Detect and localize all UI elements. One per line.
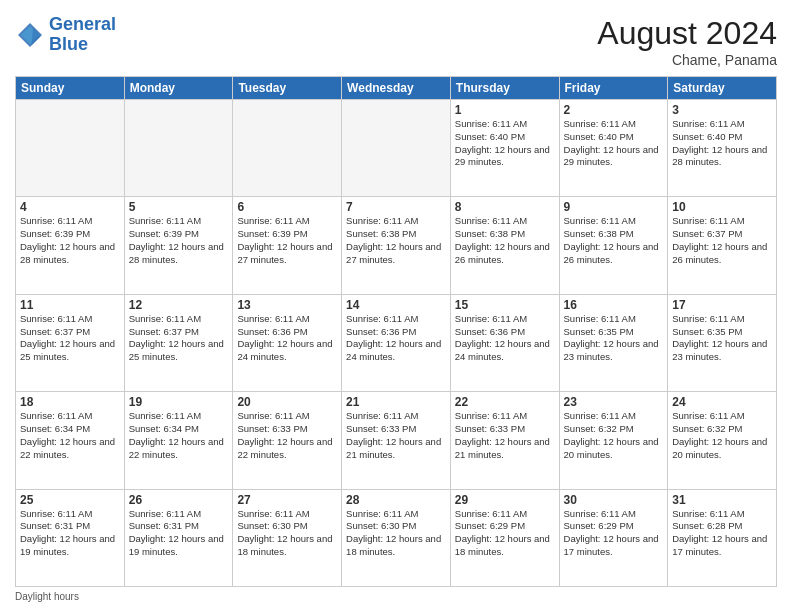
calendar-cell-2-4: 15Sunrise: 6:11 AMSunset: 6:36 PMDayligh… [450, 294, 559, 391]
day-number: 8 [455, 200, 555, 214]
calendar-cell-0-5: 2Sunrise: 6:11 AMSunset: 6:40 PMDaylight… [559, 100, 668, 197]
day-number: 19 [129, 395, 229, 409]
day-info: Sunrise: 6:11 AMSunset: 6:33 PMDaylight:… [346, 410, 446, 461]
location: Chame, Panama [597, 52, 777, 68]
day-info: Sunrise: 6:11 AMSunset: 6:37 PMDaylight:… [20, 313, 120, 364]
header-tuesday: Tuesday [233, 77, 342, 100]
day-info: Sunrise: 6:11 AMSunset: 6:34 PMDaylight:… [20, 410, 120, 461]
day-number: 3 [672, 103, 772, 117]
calendar-cell-4-5: 30Sunrise: 6:11 AMSunset: 6:29 PMDayligh… [559, 489, 668, 586]
day-info: Sunrise: 6:11 AMSunset: 6:38 PMDaylight:… [455, 215, 555, 266]
day-info: Sunrise: 6:11 AMSunset: 6:35 PMDaylight:… [672, 313, 772, 364]
month-title: August 2024 [597, 15, 777, 52]
day-info: Sunrise: 6:11 AMSunset: 6:39 PMDaylight:… [20, 215, 120, 266]
day-number: 31 [672, 493, 772, 507]
header-sunday: Sunday [16, 77, 125, 100]
logo: General Blue [15, 15, 116, 55]
day-info: Sunrise: 6:11 AMSunset: 6:37 PMDaylight:… [129, 313, 229, 364]
calendar-cell-2-5: 16Sunrise: 6:11 AMSunset: 6:35 PMDayligh… [559, 294, 668, 391]
day-info: Sunrise: 6:11 AMSunset: 6:34 PMDaylight:… [129, 410, 229, 461]
calendar-cell-4-4: 29Sunrise: 6:11 AMSunset: 6:29 PMDayligh… [450, 489, 559, 586]
day-info: Sunrise: 6:11 AMSunset: 6:38 PMDaylight:… [346, 215, 446, 266]
day-number: 25 [20, 493, 120, 507]
calendar-cell-0-0 [16, 100, 125, 197]
calendar-cell-2-0: 11Sunrise: 6:11 AMSunset: 6:37 PMDayligh… [16, 294, 125, 391]
day-info: Sunrise: 6:11 AMSunset: 6:37 PMDaylight:… [672, 215, 772, 266]
week-row-4: 25Sunrise: 6:11 AMSunset: 6:31 PMDayligh… [16, 489, 777, 586]
calendar-cell-3-5: 23Sunrise: 6:11 AMSunset: 6:32 PMDayligh… [559, 392, 668, 489]
day-info: Sunrise: 6:11 AMSunset: 6:30 PMDaylight:… [346, 508, 446, 559]
day-info: Sunrise: 6:11 AMSunset: 6:29 PMDaylight:… [455, 508, 555, 559]
header-wednesday: Wednesday [342, 77, 451, 100]
footer-note: Daylight hours [15, 591, 777, 602]
day-number: 14 [346, 298, 446, 312]
day-info: Sunrise: 6:11 AMSunset: 6:36 PMDaylight:… [237, 313, 337, 364]
day-info: Sunrise: 6:11 AMSunset: 6:40 PMDaylight:… [564, 118, 664, 169]
calendar-cell-2-3: 14Sunrise: 6:11 AMSunset: 6:36 PMDayligh… [342, 294, 451, 391]
day-info: Sunrise: 6:11 AMSunset: 6:33 PMDaylight:… [237, 410, 337, 461]
week-row-0: 1Sunrise: 6:11 AMSunset: 6:40 PMDaylight… [16, 100, 777, 197]
day-number: 18 [20, 395, 120, 409]
day-number: 7 [346, 200, 446, 214]
day-number: 26 [129, 493, 229, 507]
calendar-cell-3-0: 18Sunrise: 6:11 AMSunset: 6:34 PMDayligh… [16, 392, 125, 489]
calendar-cell-3-4: 22Sunrise: 6:11 AMSunset: 6:33 PMDayligh… [450, 392, 559, 489]
day-info: Sunrise: 6:11 AMSunset: 6:31 PMDaylight:… [20, 508, 120, 559]
calendar-cell-4-3: 28Sunrise: 6:11 AMSunset: 6:30 PMDayligh… [342, 489, 451, 586]
calendar-cell-2-1: 12Sunrise: 6:11 AMSunset: 6:37 PMDayligh… [124, 294, 233, 391]
day-info: Sunrise: 6:11 AMSunset: 6:33 PMDaylight:… [455, 410, 555, 461]
day-number: 5 [129, 200, 229, 214]
day-number: 23 [564, 395, 664, 409]
week-row-1: 4Sunrise: 6:11 AMSunset: 6:39 PMDaylight… [16, 197, 777, 294]
day-info: Sunrise: 6:11 AMSunset: 6:38 PMDaylight:… [564, 215, 664, 266]
calendar-cell-4-1: 26Sunrise: 6:11 AMSunset: 6:31 PMDayligh… [124, 489, 233, 586]
header-friday: Friday [559, 77, 668, 100]
day-number: 30 [564, 493, 664, 507]
calendar-cell-1-4: 8Sunrise: 6:11 AMSunset: 6:38 PMDaylight… [450, 197, 559, 294]
day-info: Sunrise: 6:11 AMSunset: 6:29 PMDaylight:… [564, 508, 664, 559]
day-info: Sunrise: 6:11 AMSunset: 6:32 PMDaylight:… [564, 410, 664, 461]
calendar-cell-4-6: 31Sunrise: 6:11 AMSunset: 6:28 PMDayligh… [668, 489, 777, 586]
week-row-3: 18Sunrise: 6:11 AMSunset: 6:34 PMDayligh… [16, 392, 777, 489]
page: General Blue August 2024 Chame, Panama S… [0, 0, 792, 612]
day-number: 10 [672, 200, 772, 214]
day-info: Sunrise: 6:11 AMSunset: 6:39 PMDaylight:… [237, 215, 337, 266]
calendar-cell-1-3: 7Sunrise: 6:11 AMSunset: 6:38 PMDaylight… [342, 197, 451, 294]
calendar-cell-1-6: 10Sunrise: 6:11 AMSunset: 6:37 PMDayligh… [668, 197, 777, 294]
calendar-cell-1-2: 6Sunrise: 6:11 AMSunset: 6:39 PMDaylight… [233, 197, 342, 294]
weekday-header-row: Sunday Monday Tuesday Wednesday Thursday… [16, 77, 777, 100]
day-info: Sunrise: 6:11 AMSunset: 6:30 PMDaylight:… [237, 508, 337, 559]
day-number: 27 [237, 493, 337, 507]
logo-text: General Blue [49, 15, 116, 55]
day-number: 13 [237, 298, 337, 312]
day-number: 15 [455, 298, 555, 312]
day-number: 11 [20, 298, 120, 312]
header-thursday: Thursday [450, 77, 559, 100]
calendar-table: Sunday Monday Tuesday Wednesday Thursday… [15, 76, 777, 587]
header-monday: Monday [124, 77, 233, 100]
logo-line2: Blue [49, 34, 88, 54]
calendar-cell-0-2 [233, 100, 342, 197]
logo-line1: General [49, 14, 116, 34]
calendar-cell-1-0: 4Sunrise: 6:11 AMSunset: 6:39 PMDaylight… [16, 197, 125, 294]
day-number: 2 [564, 103, 664, 117]
calendar-cell-4-2: 27Sunrise: 6:11 AMSunset: 6:30 PMDayligh… [233, 489, 342, 586]
calendar-cell-3-1: 19Sunrise: 6:11 AMSunset: 6:34 PMDayligh… [124, 392, 233, 489]
calendar-cell-3-6: 24Sunrise: 6:11 AMSunset: 6:32 PMDayligh… [668, 392, 777, 489]
day-info: Sunrise: 6:11 AMSunset: 6:28 PMDaylight:… [672, 508, 772, 559]
day-number: 24 [672, 395, 772, 409]
day-number: 17 [672, 298, 772, 312]
day-number: 6 [237, 200, 337, 214]
calendar-cell-0-3 [342, 100, 451, 197]
week-row-2: 11Sunrise: 6:11 AMSunset: 6:37 PMDayligh… [16, 294, 777, 391]
calendar-cell-2-2: 13Sunrise: 6:11 AMSunset: 6:36 PMDayligh… [233, 294, 342, 391]
day-info: Sunrise: 6:11 AMSunset: 6:35 PMDaylight:… [564, 313, 664, 364]
day-number: 4 [20, 200, 120, 214]
calendar-cell-1-1: 5Sunrise: 6:11 AMSunset: 6:39 PMDaylight… [124, 197, 233, 294]
calendar-cell-3-2: 20Sunrise: 6:11 AMSunset: 6:33 PMDayligh… [233, 392, 342, 489]
day-info: Sunrise: 6:11 AMSunset: 6:39 PMDaylight:… [129, 215, 229, 266]
calendar-cell-0-1 [124, 100, 233, 197]
day-number: 1 [455, 103, 555, 117]
day-number: 16 [564, 298, 664, 312]
day-number: 12 [129, 298, 229, 312]
